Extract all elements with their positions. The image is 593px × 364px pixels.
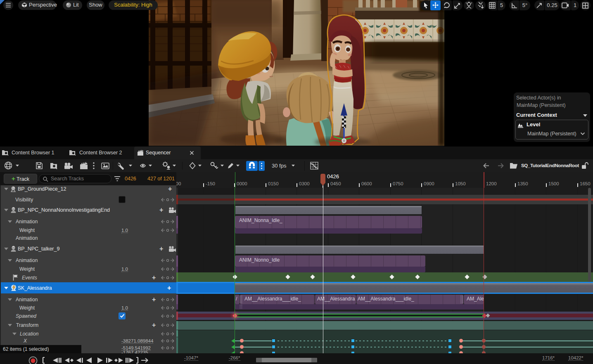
svg-text:30 fps: 30 fps bbox=[272, 163, 287, 169]
